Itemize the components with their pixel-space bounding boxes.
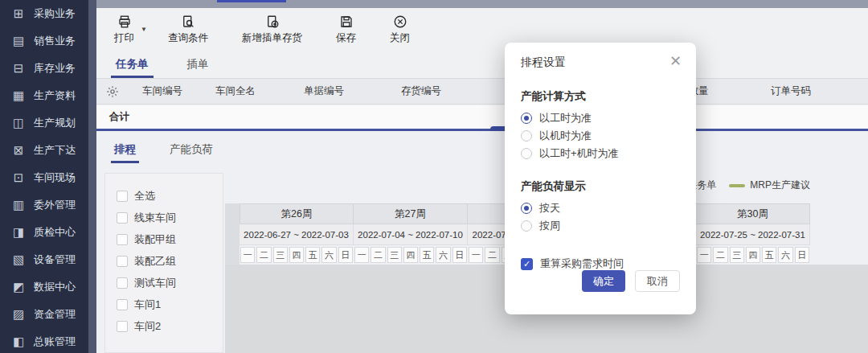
recalc-purchase-demand-checkbox[interactable]: ✓ 重算采购需求时间	[521, 257, 680, 271]
equipment-icon: ▧	[11, 252, 26, 267]
column-header-3[interactable]: 单据编号	[275, 84, 373, 98]
confirm-button[interactable]: 确定	[582, 270, 625, 292]
sidebar-item-label: 总账管理	[34, 335, 76, 349]
sidebar-scrollbar[interactable]	[88, 0, 96, 353]
weekday-cell[interactable]: 五	[305, 247, 320, 263]
radio-label: 以工时为准	[539, 111, 592, 125]
radio-option-按天[interactable]: 按天	[521, 202, 680, 215]
weekday-cell[interactable]: 一	[469, 247, 483, 263]
weekday-cell[interactable]: 二	[371, 247, 385, 263]
dialog-close-icon[interactable]: ✕	[669, 54, 682, 68]
sidebar-item-2[interactable]: ▤销售业务	[0, 27, 88, 55]
sidebar-item-10[interactable]: ▧设备管理	[0, 246, 88, 273]
column-header-4[interactable]: 存货编号	[373, 84, 469, 98]
weekday-cell[interactable]: 三	[273, 247, 288, 263]
query-conditions-button[interactable]: 查询条件	[168, 14, 208, 45]
close-button[interactable]: 关闭	[390, 14, 410, 45]
weekday-cell[interactable]: 五	[420, 247, 434, 263]
checkbox-label: 车间1	[134, 298, 161, 312]
production-data-icon: ▦	[11, 88, 26, 103]
workshop-checkbox-2[interactable]: 线束车间	[117, 207, 223, 228]
add-insert-order-button[interactable]: 新增插单存货	[242, 14, 302, 45]
tab-任务单[interactable]: 任务单	[114, 52, 150, 76]
weekday-cell[interactable]: 日	[338, 247, 353, 263]
sidebar-item-11[interactable]: ◩数据中心	[0, 273, 88, 301]
sidebar-item-label: 资金管理	[34, 307, 76, 322]
weekday-cell[interactable]: 一	[240, 247, 255, 263]
column-header-7[interactable]: 订单号码	[735, 84, 847, 98]
radio-option-以工时为准[interactable]: 以工时为准	[521, 112, 680, 125]
workshop-checkbox-6[interactable]: 车间1	[117, 293, 223, 315]
week-label: 第26周	[240, 203, 354, 224]
save-icon	[339, 14, 354, 29]
print-dropdown-caret-icon[interactable]: ▼	[141, 26, 147, 33]
toolbar-button-label: 保存	[336, 31, 356, 45]
weekday-cell[interactable]: 二	[256, 247, 271, 263]
workshop-checkbox-4[interactable]: 装配乙组	[117, 250, 223, 272]
workshop-checkbox-7[interactable]: 车间2	[117, 315, 223, 337]
weekday-cell[interactable]: 日	[795, 247, 809, 263]
legend-line-swatch	[729, 184, 745, 187]
week-label: 第30周	[696, 203, 810, 224]
sidebar-item-5[interactable]: ◫生产规划	[0, 109, 88, 137]
weekday-cell[interactable]: 二	[485, 247, 499, 263]
radio-option-以机时为准[interactable]: 以机时为准	[521, 129, 680, 142]
weekday-cell[interactable]: 四	[746, 247, 760, 263]
weekday-cell[interactable]: 日	[452, 247, 467, 263]
weekday-cell[interactable]: 三	[730, 247, 744, 263]
weekday-cell[interactable]: 六	[778, 247, 792, 263]
weekday-cell[interactable]: 六	[321, 247, 336, 263]
checkbox-icon	[117, 191, 128, 202]
sidebar-item-8[interactable]: ▥委外管理	[0, 191, 88, 219]
weekday-cell[interactable]: 六	[436, 247, 450, 263]
weekday-cell[interactable]: 三	[387, 247, 402, 263]
modal-section-heading: 产能计算方式	[521, 89, 680, 104]
checkbox-icon	[117, 299, 128, 310]
table-header: 车间编号车间全名单据编号存货编号存货待审核完工数量订单号码	[96, 78, 868, 105]
tab-插单[interactable]: 插单	[186, 52, 211, 76]
column-header-1[interactable]: 车间编号	[129, 84, 196, 98]
column-header-2[interactable]: 车间全名	[196, 84, 275, 98]
save-button[interactable]: 保存	[336, 14, 356, 45]
sidebar-item-6[interactable]: ⊠生产下达	[0, 137, 88, 164]
toolbar-button-label: 关闭	[390, 31, 410, 45]
sidebar-item-4[interactable]: ▦生产资料	[0, 82, 88, 109]
workshop-filter-panel: 全选线束车间装配甲组装配乙组测试车间车间1车间2	[104, 173, 223, 353]
tab-产能负荷[interactable]: 产能负荷	[170, 142, 213, 163]
weekday-cell[interactable]: 四	[403, 247, 418, 263]
workshop-checkbox-1[interactable]: 全选	[117, 185, 223, 207]
main-area: 打印▼查询条件新增插单存货保存关闭 任务单插单 车间编号车间全名单据编号存货编号…	[96, 0, 868, 353]
printer-icon	[117, 14, 132, 29]
sidebar-item-1[interactable]: ⊞采购业务	[0, 0, 88, 27]
sidebar-item-9[interactable]: ◨质检中心	[0, 219, 88, 246]
cancel-button[interactable]: 取消	[635, 270, 680, 292]
weekday-cell[interactable]: 四	[289, 247, 304, 263]
sidebar-item-7[interactable]: ⊡车间现场	[0, 164, 88, 191]
sidebar-item-label: 销售业务	[34, 34, 76, 48]
sidebar-item-3[interactable]: ⊟库存业务	[0, 55, 88, 82]
print-button[interactable]: 打印▼	[114, 14, 134, 45]
checkbox-icon	[117, 212, 128, 224]
week-date-range: 2022-06-27 ~ 2022-07-03	[240, 224, 354, 245]
weekday-cell[interactable]: 一	[697, 247, 711, 263]
radio-option-按周[interactable]: 按周	[521, 220, 680, 232]
radio-option-以工时+机时为准[interactable]: 以工时+机时为准	[521, 147, 680, 160]
workshop-checkbox-3[interactable]: 装配甲组	[117, 228, 223, 250]
sidebar-item-label: 生产规划	[34, 116, 76, 130]
weekday-cell[interactable]: 二	[713, 247, 727, 263]
week-label: 第27周	[354, 203, 468, 224]
data-center-icon: ◩	[11, 280, 26, 294]
top-tab-indicator	[217, 0, 286, 2]
tab-排程[interactable]: 排程	[114, 142, 136, 163]
sidebar-item-label: 生产下达	[34, 143, 76, 158]
radio-label: 按周	[539, 219, 560, 233]
weekday-cell[interactable]: 五	[762, 247, 776, 263]
weekday-cell[interactable]: 一	[354, 247, 369, 263]
funds-icon: ▨	[11, 307, 26, 322]
sidebar-item-13[interactable]: ◧总账管理	[0, 328, 88, 353]
workshop-checkbox-5[interactable]: 测试车间	[117, 272, 223, 293]
checkbox-icon	[117, 277, 128, 289]
column-settings-button[interactable]	[96, 85, 129, 98]
sidebar-item-12[interactable]: ▨资金管理	[0, 301, 88, 328]
toolbar-button-label: 打印	[114, 31, 134, 45]
